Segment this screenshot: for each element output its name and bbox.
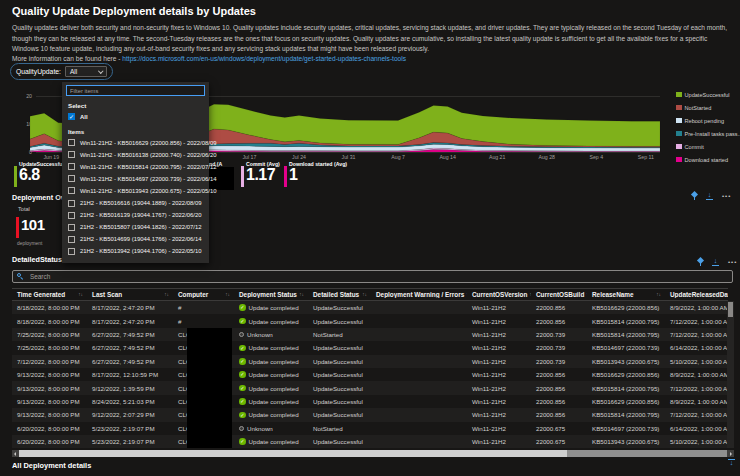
chart-section-actions: ↓ ••• bbox=[691, 192, 731, 200]
sort-arrows-icon[interactable]: ↑↓ bbox=[362, 292, 367, 297]
table-row[interactable]: 8/18/2022, 8:00:00 PM8/17/2022, 2:47:20 … bbox=[12, 314, 728, 327]
dropdown-item-label: Win11-21H2 - KB5016138 (22000.740) - 202… bbox=[80, 152, 216, 158]
table-header: Time Generated↑↓Last Scan↑↓Computer↑↓Dep… bbox=[12, 288, 728, 301]
legend-item[interactable]: Reboot pending bbox=[676, 114, 740, 127]
table-row[interactable]: 9/13/2022, 8:00:00 PM9/12/2022, 2:07:29 … bbox=[12, 408, 728, 421]
sort-arrows-icon[interactable]: ↑↓ bbox=[78, 292, 83, 297]
table-row[interactable]: 8/18/2022, 8:00:00 PM8/17/2022, 2:47:20 … bbox=[12, 301, 728, 314]
table-row[interactable]: 6/20/2022, 8:00:00 PM5/23/2022, 2:19:07 … bbox=[12, 435, 728, 448]
column-header-time-generated[interactable]: Time Generated↑↓ bbox=[12, 291, 87, 298]
legend-item[interactable]: Pre-Install tasks pass... bbox=[676, 127, 740, 140]
dropdown-item[interactable]: Win11-21H2 - KB5016629 (22000.856) - 202… bbox=[68, 139, 216, 146]
pin-icon[interactable] bbox=[691, 192, 697, 200]
more-menu-icon[interactable]: ••• bbox=[722, 193, 731, 199]
cell-time-generated: 9/13/2022, 8:00:00 PM bbox=[12, 385, 87, 392]
scroll-left-arrow[interactable] bbox=[12, 450, 19, 457]
column-header-currentosversion[interactable]: CurrentOSVersion↑↓ bbox=[467, 291, 531, 298]
cell-currentosbuild: 22000.675 bbox=[531, 425, 587, 432]
column-header-computer[interactable]: Computer↑↓ bbox=[173, 291, 234, 298]
x-axis-tick-label: Jul 31 bbox=[336, 154, 362, 160]
checkbox-unchecked-icon[interactable] bbox=[68, 236, 75, 243]
cell-last-scan: 6/27/2022, 7:49:52 PM bbox=[87, 358, 173, 365]
cell-detailed-status: NotStarted bbox=[308, 425, 371, 432]
table-row[interactable]: 9/13/2022, 8:00:00 PM8/17/2022, 12:10:59… bbox=[12, 368, 728, 381]
cell-deployment-status: ✓Update completed bbox=[234, 358, 308, 365]
table-vertical-scrollbar[interactable] bbox=[727, 301, 734, 448]
tile-updatesuccessful-value[interactable]: 6.8 bbox=[19, 166, 40, 184]
export-icon[interactable]: ↓ bbox=[706, 192, 713, 200]
more-menu-icon[interactable]: ••• bbox=[728, 259, 737, 265]
vertical-scroll-thumb[interactable] bbox=[728, 302, 733, 317]
legend-item[interactable]: NotStarted bbox=[676, 101, 740, 114]
search-icon bbox=[17, 273, 24, 280]
legend-item[interactable]: Commit bbox=[676, 140, 740, 153]
legend-item[interactable]: UpdateSuccessful bbox=[676, 88, 740, 101]
column-header-detailed-status[interactable]: Detailed Status↑↓ bbox=[308, 291, 371, 298]
column-header-currentosbuild[interactable]: CurrentOSBuild↑↓ bbox=[531, 291, 587, 298]
cell-deployment-status: ✓Update completed bbox=[234, 304, 308, 311]
checkbox-unchecked-icon[interactable] bbox=[68, 224, 75, 231]
sort-arrows-icon[interactable]: ↑↓ bbox=[164, 292, 169, 297]
legend-item[interactable]: Download started bbox=[676, 153, 740, 166]
cell-releasename: KB5013943 (22000.675) bbox=[587, 438, 665, 445]
table-row[interactable]: 7/12/2022, 8:00:00 PM6/27/2022, 7:49:52 … bbox=[12, 355, 728, 368]
checkbox-unchecked-icon[interactable] bbox=[68, 139, 75, 146]
dropdown-item[interactable]: Win11-21H2 - KB5014697 (22000.739) - 202… bbox=[68, 175, 216, 182]
table-row[interactable]: 6/20/2022, 8:00:00 PM5/23/2022, 2:19:07 … bbox=[12, 422, 728, 435]
dropdown-item[interactable]: 21H2 - KB5016139 (19044.1767) - 2022/06/… bbox=[68, 212, 202, 219]
dropdown-item[interactable]: Win11-21H2 - KB5015814 (22000.795) - 202… bbox=[68, 163, 216, 170]
checkbox-unchecked-icon[interactable] bbox=[68, 187, 75, 194]
dropdown-item[interactable]: 21H2 - KB5014699 (19044.1766) - 2022/06/… bbox=[68, 236, 202, 243]
checkbox-unchecked-icon[interactable] bbox=[68, 175, 75, 182]
checkbox-unchecked-icon[interactable] bbox=[68, 200, 75, 207]
cell-releasename: KB5014697 (22000.739) bbox=[587, 425, 665, 432]
cell-deployment-status: ✓Update completed bbox=[234, 411, 308, 418]
table-horizontal-scrollbar[interactable] bbox=[12, 450, 734, 457]
filter-items-input[interactable] bbox=[66, 85, 205, 96]
checkbox-unchecked-icon[interactable] bbox=[68, 163, 75, 170]
tile-download-value[interactable]: 1 bbox=[289, 166, 297, 184]
cell-updatereleaseddate: 8/9/2022, 1:00:00 AM bbox=[665, 398, 728, 405]
table-row[interactable]: 7/25/2022, 8:00:00 PM6/27/2022, 7:49:52 … bbox=[12, 328, 728, 341]
cell-detailed-status: UpdateSuccessful bbox=[308, 371, 371, 378]
cell-releasename: KB5016629 (22000.856) bbox=[587, 371, 665, 378]
column-header-releasename[interactable]: ReleaseName↑↓ bbox=[587, 291, 665, 298]
dropdown-item[interactable]: 21H2 - KB5015807 (19044.1826) - 2022/07/… bbox=[68, 224, 202, 231]
column-header-deployment-status[interactable]: Deployment Status↑↓ bbox=[234, 291, 308, 298]
sort-arrows-icon[interactable]: ↑↓ bbox=[656, 292, 661, 297]
dropdown-item-label: 21H2 - KB5016139 (19044.1767) - 2022/06/… bbox=[80, 212, 202, 218]
pin-icon[interactable] bbox=[697, 258, 703, 266]
legend-label: Commit bbox=[685, 144, 704, 150]
cell-deployment-status: Unknown bbox=[234, 425, 308, 432]
search-input[interactable] bbox=[28, 272, 728, 281]
sort-arrows-icon[interactable]: ↑↓ bbox=[299, 292, 304, 297]
dropdown-item-label: 21H2 - KB5015807 (19044.1826) - 2022/07/… bbox=[80, 224, 202, 230]
dropdown-item-label: Win11-21H2 - KB5015814 (22000.795) - 202… bbox=[80, 164, 216, 170]
table-row[interactable]: 9/13/2022, 8:00:00 PM9/12/2022, 1:39:59 … bbox=[12, 381, 728, 394]
sort-arrows-icon[interactable]: ↑↓ bbox=[225, 292, 230, 297]
checkbox-unchecked-icon[interactable] bbox=[68, 212, 75, 219]
dropdown-item[interactable]: Win11-21H2 - KB5016138 (22000.740) - 202… bbox=[68, 151, 216, 158]
horizontal-scroll-thumb[interactable] bbox=[19, 450, 567, 457]
dropdown-item-label: 21H2 - KB5014699 (19044.1766) - 2022/06/… bbox=[80, 236, 202, 242]
column-header-last-scan[interactable]: Last Scan↑↓ bbox=[87, 291, 173, 298]
status-label: Update completed bbox=[249, 385, 299, 392]
column-header-deployment-warning-errors[interactable]: Deployment Warning / Errors↑↓ bbox=[371, 291, 467, 298]
checkbox-unchecked-icon[interactable] bbox=[68, 151, 75, 158]
dropdown-item[interactable]: 21H2 - KB5013942 (19044.1706) - 2022/05/… bbox=[68, 248, 202, 255]
dropdown-item[interactable]: 21H2 - KB5016616 (19044.1889) - 2022/08/… bbox=[68, 200, 202, 207]
checkbox-checked-icon[interactable]: ✓ bbox=[68, 113, 75, 120]
tile-commit-value[interactable]: 1.17 bbox=[246, 166, 275, 184]
table-row[interactable]: 7/25/2022, 8:00:00 PM6/27/2022, 7:49:52 … bbox=[12, 341, 728, 354]
total-value[interactable]: 101 bbox=[21, 216, 45, 233]
checkbox-unchecked-icon[interactable] bbox=[68, 248, 75, 255]
column-header-updatereleaseddate[interactable]: UpdateReleasedDate↑↓ bbox=[665, 291, 728, 298]
dropdown-item-all[interactable]: ✓ All bbox=[68, 113, 88, 120]
export-icon[interactable]: ↓ bbox=[712, 258, 719, 266]
table-row[interactable]: 9/13/2022, 8:00:00 PM8/24/2022, 5:21:03 … bbox=[12, 395, 728, 408]
scroll-right-arrow[interactable] bbox=[727, 450, 734, 457]
cell-deployment-status: ✓Update completed bbox=[234, 398, 308, 405]
dropdown-item[interactable]: Win11-21H2 - KB5013943 (22000.675) - 202… bbox=[68, 187, 216, 194]
status-check-icon: ✓ bbox=[239, 398, 246, 405]
tile-download-label: Download started (Avg) bbox=[289, 161, 347, 167]
